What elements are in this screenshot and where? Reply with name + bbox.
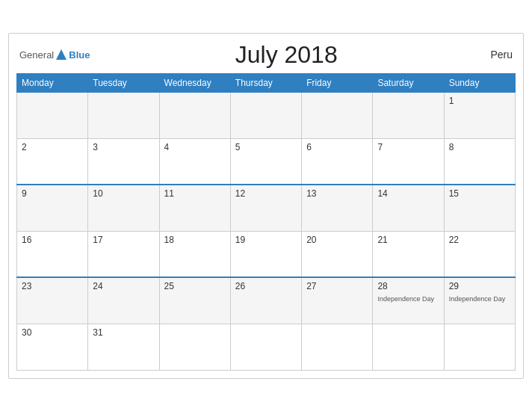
day-number: 8: [449, 142, 510, 152]
day-number: 16: [22, 235, 83, 245]
column-header-thursday: Thursday: [230, 73, 301, 92]
day-cell: 3: [88, 138, 159, 185]
day-cell: 15: [444, 185, 515, 231]
logo-general: General: [19, 49, 54, 61]
day-number: 2: [22, 142, 83, 152]
day-number: 29: [449, 281, 510, 291]
column-header-monday: Monday: [17, 73, 88, 92]
day-cell: [373, 92, 444, 138]
day-number: 24: [93, 281, 154, 291]
column-header-sunday: Sunday: [444, 73, 515, 92]
day-cell: 25: [159, 277, 230, 324]
day-number: 10: [93, 188, 154, 199]
day-number: 14: [377, 188, 439, 199]
day-number: 28: [377, 281, 439, 291]
day-cell: [159, 324, 230, 370]
week-row-4: 16171819202122: [17, 231, 516, 277]
day-cell: 14: [373, 185, 444, 231]
day-event: Independence Day: [449, 295, 506, 303]
day-number: 7: [377, 142, 439, 152]
day-number: 30: [22, 327, 83, 338]
week-row-6: 3031: [17, 324, 516, 370]
day-number: 23: [22, 281, 83, 291]
day-cell: [373, 324, 444, 370]
calendar-container: General Blue July 2018 Peru MondayTuesda…: [8, 33, 524, 379]
day-number: 13: [306, 188, 368, 199]
svg-marker-0: [56, 49, 66, 60]
day-cell: 24: [88, 277, 159, 324]
country-label: Peru: [483, 49, 513, 61]
day-cell: 26: [230, 277, 301, 324]
day-number: 27: [306, 281, 368, 291]
day-number: 4: [164, 142, 226, 152]
day-event: Independence Day: [377, 295, 434, 303]
column-header-friday: Friday: [302, 73, 373, 92]
day-cell: 18: [159, 231, 230, 277]
day-cell: 22: [444, 231, 515, 277]
day-cell: 8: [444, 138, 515, 185]
day-cell: 21: [373, 231, 444, 277]
day-cell: 5: [230, 138, 301, 185]
day-cell: [159, 92, 230, 138]
day-cell: 4: [159, 138, 230, 185]
calendar-table: MondayTuesdayWednesdayThursdayFridaySatu…: [16, 73, 516, 371]
day-cell: 28Independence Day: [373, 277, 444, 324]
day-cell: 12: [230, 185, 301, 231]
day-cell: 11: [159, 185, 230, 231]
day-cell: 16: [17, 231, 88, 277]
day-cell: [302, 92, 373, 138]
day-cell: 17: [88, 231, 159, 277]
day-number: 18: [164, 235, 226, 245]
day-number: 22: [449, 235, 510, 245]
day-cell: [302, 324, 373, 370]
calendar-header-row: MondayTuesdayWednesdayThursdayFridaySatu…: [17, 73, 516, 92]
day-cell: [88, 92, 159, 138]
day-number: 20: [306, 235, 368, 245]
day-cell: 31: [88, 324, 159, 370]
day-cell: 27: [302, 277, 373, 324]
day-cell: 9: [17, 185, 88, 231]
day-number: 19: [235, 235, 297, 245]
day-number: 11: [164, 188, 226, 199]
column-header-tuesday: Tuesday: [88, 73, 159, 92]
day-cell: 1: [444, 92, 515, 138]
day-cell: 20: [302, 231, 373, 277]
day-cell: [444, 324, 515, 370]
day-number: 1: [449, 96, 510, 106]
calendar-header: General Blue July 2018 Peru: [16, 41, 516, 69]
week-row-2: 2345678: [17, 138, 516, 185]
week-row-1: 1: [17, 92, 516, 138]
day-number: 6: [306, 142, 368, 152]
day-number: 31: [93, 327, 154, 338]
logo: General Blue: [19, 48, 90, 61]
week-row-5: 232425262728Independence Day29Independen…: [17, 277, 516, 324]
day-cell: 6: [302, 138, 373, 185]
day-number: 25: [164, 281, 226, 291]
day-cell: 2: [17, 138, 88, 185]
calendar-title: July 2018: [90, 41, 483, 69]
column-header-saturday: Saturday: [373, 73, 444, 92]
day-cell: 23: [17, 277, 88, 324]
day-number: 26: [235, 281, 297, 291]
day-number: 9: [22, 188, 83, 199]
day-number: 21: [377, 235, 439, 245]
column-header-wednesday: Wednesday: [159, 73, 230, 92]
day-number: 17: [93, 235, 154, 245]
day-cell: 29Independence Day: [444, 277, 515, 324]
day-cell: 10: [88, 185, 159, 231]
day-cell: 13: [302, 185, 373, 231]
day-number: 15: [449, 188, 510, 199]
day-cell: 30: [17, 324, 88, 370]
logo-blue: Blue: [69, 49, 90, 61]
day-cell: [230, 92, 301, 138]
day-number: 3: [93, 142, 154, 152]
week-row-3: 9101112131415: [17, 185, 516, 231]
day-number: 12: [235, 188, 297, 199]
day-number: 5: [235, 142, 297, 152]
day-cell: [17, 92, 88, 138]
day-cell: 19: [230, 231, 301, 277]
day-cell: [230, 324, 301, 370]
logo-icon: [55, 48, 68, 61]
day-cell: 7: [373, 138, 444, 185]
